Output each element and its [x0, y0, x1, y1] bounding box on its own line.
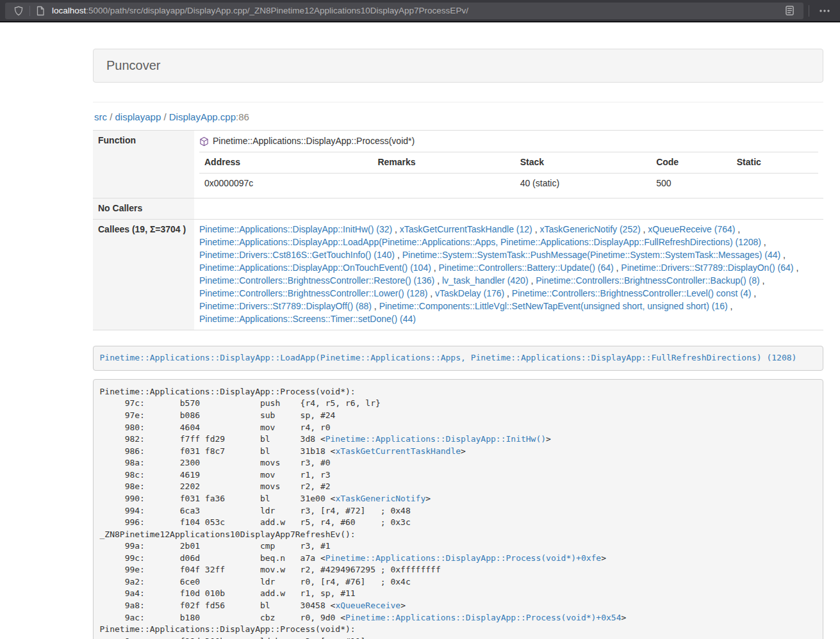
code-symbol-link[interactable]: Pinetime::Applications::DisplayApp::Proc… [345, 613, 621, 622]
breadcrumb: src / displayapp / DisplayApp.cpp:86 [94, 111, 823, 122]
toolbar-divider [809, 5, 809, 17]
remarks-value [372, 173, 515, 193]
column-header-static: Static [732, 152, 818, 173]
url-text[interactable]: localhost:5000/path/src/displayapp/Displ… [52, 6, 781, 15]
callee-link[interactable]: xQueueReceive (764) [648, 224, 735, 234]
overflow-menu-button[interactable] [814, 6, 835, 16]
url-host: localhost [52, 6, 86, 15]
app-header-panel: Puncover [93, 49, 823, 83]
snippet-box: Pinetime::Applications::DisplayApp::Load… [93, 346, 823, 371]
function-label: Function [93, 131, 194, 198]
callee-link[interactable]: Pinetime::Applications::DisplayApp::OnTo… [199, 263, 431, 273]
static-value [732, 173, 818, 193]
column-header-code: Code [651, 152, 732, 173]
code-value: 500 [651, 173, 732, 193]
function-stats-table: Address Remarks Stack Code Static 0x0000… [199, 152, 818, 194]
table-row: 0x0000097c 40 (static) 500 [199, 173, 818, 193]
callee-link[interactable]: xTaskGenericNotify (252) [539, 224, 640, 234]
callee-link[interactable]: xTaskGetCurrentTaskHandle (12) [400, 224, 532, 234]
callee-link[interactable]: Pinetime::Controllers::BrightnessControl… [536, 275, 759, 286]
browser-toolbar: localhost:5000/path/src/displayapp/Displ… [0, 0, 840, 22]
function-row: Function Pinetime::Applications::Display… [93, 131, 823, 198]
page-container: Puncover src / displayapp / DisplayApp.c… [93, 49, 823, 639]
url-path: :5000/path/src/displayapp/DisplayApp.cpp… [86, 6, 468, 15]
callee-link[interactable]: Pinetime::Controllers::BrightnessControl… [512, 288, 751, 298]
code-symbol-link[interactable]: xTaskGetCurrentTaskHandle [335, 446, 461, 456]
disassembly-code: Pinetime::Applications::DisplayApp::Proc… [93, 379, 823, 639]
page-title: Puncover [106, 58, 810, 73]
breadcrumb-link-src[interactable]: src [94, 111, 107, 122]
column-header-address: Address [199, 152, 372, 173]
code-symbol-link[interactable]: xTaskGenericNotify [335, 494, 425, 503]
breadcrumb-separator: / [110, 111, 112, 122]
divider [93, 102, 823, 102]
shield-icon[interactable] [10, 6, 27, 16]
reader-mode-icon[interactable] [781, 5, 798, 16]
callees-label: Callees (19, Σ=3704 ) [93, 219, 194, 330]
callee-link[interactable]: vTaskDelay (176) [435, 288, 504, 298]
symbol-cube-icon [199, 136, 209, 147]
function-name: Pinetime::Applications::DisplayApp::Proc… [213, 135, 415, 148]
callee-link[interactable]: Pinetime::Applications::DisplayApp::Init… [199, 224, 392, 234]
callee-link[interactable]: Pinetime::Drivers::St7789::DisplayOff() … [199, 301, 372, 311]
urlbar-divider [29, 6, 30, 16]
function-table: Function Pinetime::Applications::Display… [93, 130, 823, 330]
code-symbol-link[interactable]: Pinetime::Applications::DisplayApp::Proc… [325, 553, 601, 563]
callee-link[interactable]: Pinetime::Components::LittleVgl::SetNewT… [379, 301, 728, 311]
callee-link[interactable]: Pinetime::Applications::DisplayApp::Load… [199, 237, 761, 247]
breadcrumb-line-number: :86 [236, 111, 249, 122]
callee-link[interactable]: lv_task_handler (420) [442, 275, 529, 286]
callee-link[interactable]: Pinetime::Drivers::St7789::DisplayOn() (… [621, 263, 793, 273]
breadcrumb-separator: / [163, 111, 166, 122]
callees-row: Callees (19, Σ=3704 ) Pinetime::Applicat… [93, 219, 823, 330]
code-symbol-link[interactable]: Pinetime::Applications::DisplayApp::Init… [325, 434, 546, 444]
breadcrumb-link-displayapp[interactable]: displayapp [115, 111, 161, 122]
page-icon[interactable] [33, 6, 48, 16]
breadcrumb-link-file[interactable]: DisplayApp.cpp [169, 111, 236, 122]
callee-link[interactable]: Pinetime::Drivers::Cst816S::GetTouchInfo… [199, 250, 395, 260]
callee-link[interactable]: Pinetime::Controllers::BrightnessControl… [199, 288, 427, 298]
address-value: 0x0000097c [199, 173, 372, 193]
callee-link[interactable]: Pinetime::Applications::Screens::Timer::… [199, 314, 416, 324]
snippet-symbol-link[interactable]: Pinetime::Applications::DisplayApp::Load… [100, 353, 797, 362]
callee-link[interactable]: Pinetime::Controllers::BrightnessControl… [199, 275, 434, 286]
column-header-stack: Stack [515, 152, 652, 173]
code-symbol-link[interactable]: xQueueReceive [335, 601, 400, 610]
no-callers-row: No Callers [93, 198, 823, 219]
url-bar[interactable]: localhost:5000/path/src/displayapp/Displ… [5, 3, 803, 19]
stack-value: 40 (static) [515, 173, 652, 193]
callees-list: Pinetime::Applications::DisplayApp::Init… [194, 219, 823, 330]
no-callers-label: No Callers [93, 198, 194, 219]
callee-link[interactable]: Pinetime::System::SystemTask::PushMessag… [402, 250, 781, 260]
column-header-remarks: Remarks [372, 152, 515, 173]
callee-link[interactable]: Pinetime::Controllers::Battery::Update()… [439, 263, 614, 273]
